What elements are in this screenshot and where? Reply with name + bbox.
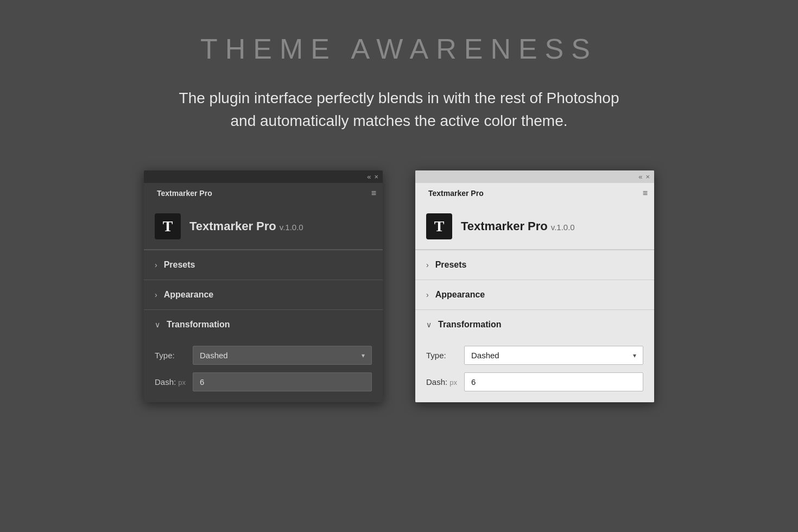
light-menu-icon[interactable]: ≡	[636, 183, 654, 204]
dark-type-row: Type: Dashed ▾	[155, 346, 372, 365]
light-header-version: v.1.0.0	[551, 223, 575, 232]
dark-transformation-chevron: ∨	[155, 320, 160, 329]
light-header-name: Textmarker Pro	[461, 219, 548, 233]
dark-presets-label: Presets	[164, 260, 195, 270]
dark-type-value: Dashed	[200, 351, 228, 360]
light-close-icon[interactable]: ×	[645, 173, 650, 181]
light-transformation-section: ∨ Transformation Type: Dashed ▾ Dash: px	[415, 309, 654, 402]
dark-logo-letter: T	[163, 218, 173, 235]
dark-transformation-header[interactable]: ∨ Transformation	[144, 310, 383, 339]
panels-container: « × Textmarker Pro ≡ T Textmarker Pro v.…	[144, 170, 654, 402]
dark-transformation-body: Type: Dashed ▾ Dash: px 6	[144, 339, 383, 402]
dark-header-text: Textmarker Pro v.1.0.0	[189, 219, 303, 233]
dark-dash-label: Dash: px	[155, 377, 187, 387]
light-header-text: Textmarker Pro v.1.0.0	[461, 219, 575, 233]
light-type-select[interactable]: Dashed ▾	[464, 346, 643, 365]
light-presets-label: Presets	[435, 260, 467, 270]
dark-transformation-section: ∨ Transformation Type: Dashed ▾ Dash: px	[144, 309, 383, 402]
dark-appearance-chevron: ›	[155, 290, 157, 299]
light-select-arrow: ▾	[633, 352, 636, 359]
light-type-row: Type: Dashed ▾	[426, 346, 643, 365]
page-header: THEME AWARENESS The plugin interface per…	[179, 33, 619, 132]
light-panel-header: T Textmarker Pro v.1.0.0	[415, 204, 654, 250]
light-logo-letter: T	[434, 218, 445, 235]
light-appearance-label: Appearance	[435, 290, 485, 300]
dark-type-select[interactable]: Dashed ▾	[193, 346, 372, 365]
light-dash-label: Dash: px	[426, 377, 459, 387]
light-transformation-body: Type: Dashed ▾ Dash: px 6	[415, 339, 654, 402]
light-appearance-row[interactable]: › Appearance	[415, 280, 654, 309]
dark-header-name: Textmarker Pro	[189, 219, 276, 233]
dark-collapse-icon[interactable]: «	[367, 173, 371, 181]
dark-menu-icon[interactable]: ≡	[365, 183, 383, 204]
dark-presets-chevron: ›	[155, 261, 157, 269]
dark-dash-row: Dash: px 6	[155, 372, 372, 391]
subtitle-line2: and automatically matches the active col…	[231, 112, 568, 129]
dark-appearance-row[interactable]: › Appearance	[144, 280, 383, 309]
light-panel: « × Textmarker Pro ≡ T Textmarker Pro v.…	[415, 170, 654, 402]
light-transformation-chevron: ∨	[426, 320, 432, 329]
light-transformation-label: Transformation	[438, 320, 501, 330]
light-appearance-chevron: ›	[426, 290, 429, 299]
light-panel-tab[interactable]: Textmarker Pro	[415, 183, 497, 203]
dark-logo-box: T	[155, 213, 181, 239]
light-logo-box: T	[426, 213, 452, 239]
page-title: THEME AWARENESS	[179, 33, 619, 65]
dark-header-version: v.1.0.0	[280, 223, 303, 232]
dark-panel-header: T Textmarker Pro v.1.0.0	[144, 204, 383, 250]
dark-dash-unit: px	[178, 378, 186, 387]
dark-tab-row: Textmarker Pro ≡	[144, 183, 383, 204]
dark-type-label: Type:	[155, 351, 187, 360]
light-dash-row: Dash: px 6	[426, 372, 643, 391]
dark-presets-row[interactable]: › Presets	[144, 250, 383, 280]
light-dash-input[interactable]: 6	[464, 372, 643, 391]
dark-select-arrow: ▾	[362, 352, 365, 359]
light-presets-chevron: ›	[426, 261, 429, 269]
light-transformation-header[interactable]: ∨ Transformation	[415, 310, 654, 339]
light-type-value: Dashed	[471, 351, 499, 360]
subtitle-line1: The plugin interface perfectly blends in…	[179, 90, 619, 106]
dark-close-icon[interactable]: ×	[374, 173, 378, 181]
light-type-label: Type:	[426, 351, 459, 360]
dark-panel: « × Textmarker Pro ≡ T Textmarker Pro v.…	[144, 170, 383, 402]
light-tab-row: Textmarker Pro ≡	[415, 183, 654, 204]
dark-panel-topbar: « ×	[144, 170, 383, 183]
dark-transformation-label: Transformation	[167, 320, 230, 330]
page-subtitle: The plugin interface perfectly blends in…	[179, 87, 619, 132]
dark-appearance-label: Appearance	[164, 290, 214, 300]
light-presets-row[interactable]: › Presets	[415, 250, 654, 280]
light-dash-unit: px	[449, 378, 457, 387]
light-panel-topbar: « ×	[415, 170, 654, 183]
dark-dash-input[interactable]: 6	[193, 372, 372, 391]
dark-panel-tab[interactable]: Textmarker Pro	[144, 183, 225, 203]
light-collapse-icon[interactable]: «	[638, 173, 642, 181]
